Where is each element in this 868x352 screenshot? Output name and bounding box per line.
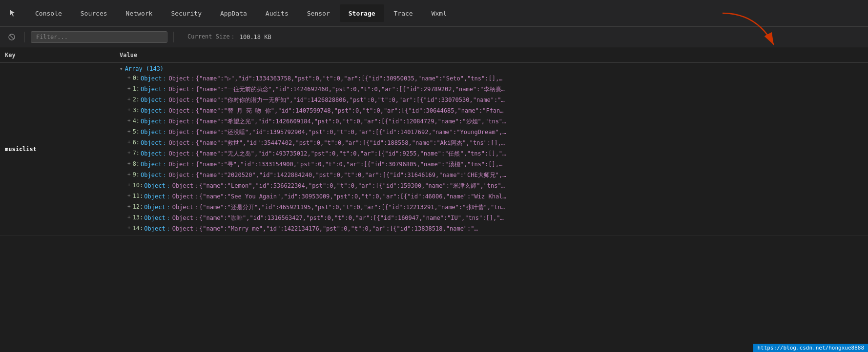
toolbar: Current Size： 100.18 KB <box>0 27 868 47</box>
object-content: Object：{"name":"2020520","id":1422884240… <box>168 171 506 179</box>
tab-wxml[interactable]: Wxml <box>423 4 455 22</box>
list-item[interactable]: + 0: Object： Object：{"name":"▷","id":133… <box>120 74 863 85</box>
expand-icon[interactable]: + <box>127 193 131 199</box>
object-keyword: Object： <box>141 150 167 158</box>
index-number: 9: <box>133 171 140 178</box>
status-bar: https://blog.csdn.net/hongxue8888 <box>753 344 868 352</box>
object-content: Object：{"name":"▷","id":1334363758,"pst"… <box>168 75 502 83</box>
tab-audits[interactable]: Audits <box>257 4 297 22</box>
object-content: Object：{"name":"你对你的潜力一无所知","id":1426828… <box>168 96 504 104</box>
object-content: Object：{"name":"救世","id":35447402,"pst":… <box>168 139 505 147</box>
toolbar-divider-2 <box>173 32 174 42</box>
index-number: 14: <box>133 225 144 232</box>
expand-icon[interactable]: + <box>127 117 131 124</box>
object-keyword: Object： <box>141 171 167 179</box>
list-item[interactable]: + 6: Object： Object：{"name":"救世","id":35… <box>120 138 863 149</box>
object-keyword: Object： <box>144 193 171 201</box>
object-keyword: Object： <box>144 182 171 190</box>
tab-storage[interactable]: Storage <box>340 4 384 22</box>
expand-icon[interactable]: + <box>127 85 131 92</box>
object-keyword: Object： <box>144 214 171 222</box>
expand-icon[interactable]: + <box>127 128 131 135</box>
expand-icon[interactable]: + <box>127 150 131 156</box>
object-keyword: Object： <box>141 85 167 94</box>
expand-icon[interactable]: + <box>127 160 131 167</box>
list-item[interactable]: + 8: Object： Object：{"name":"寻","id":133… <box>120 160 863 171</box>
object-content: Object：{"name":"希望之光","id":1426609184,"p… <box>168 117 506 126</box>
array-header: ▾ Array (143) <box>120 63 863 74</box>
index-number: 4: <box>133 117 140 124</box>
table-row[interactable]: musiclist ▾ Array (143) + 0: Object： Obj… <box>0 63 868 236</box>
expand-icon[interactable]: + <box>127 96 131 102</box>
header-key: Key <box>5 52 120 59</box>
index-number: 0: <box>133 75 140 81</box>
object-content: Object：{"name":"还是分开","id":465921195,"ps… <box>172 203 505 212</box>
object-keyword: Object： <box>141 107 167 115</box>
list-item[interactable]: + 7: Object： Object：{"name":"无人之岛","id":… <box>120 149 863 160</box>
expand-icon[interactable]: + <box>127 182 131 188</box>
object-keyword: Object： <box>141 75 167 83</box>
list-item[interactable]: + 4: Object： Object：{"name":"希望之光","id":… <box>120 117 863 128</box>
list-item[interactable]: + 14: Object： Object：{"name":"Marry me",… <box>120 224 863 235</box>
index-number: 1: <box>133 85 140 92</box>
object-keyword: Object： <box>141 160 167 169</box>
list-item[interactable]: + 2: Object： Object：{"name":"你对你的潜力一无所知"… <box>120 96 863 106</box>
object-content: Object：{"name":"一往无前的执念","id":1424692460… <box>168 85 504 94</box>
list-item[interactable]: + 5: Object： Object：{"name":"还没睡","id":1… <box>120 128 863 138</box>
cursor-tool-icon[interactable] <box>4 4 21 22</box>
object-content: Object：{"name":"还没睡","id":1395792904,"ps… <box>168 128 506 137</box>
object-content: Object：{"name":"See You Again","id":3095… <box>172 193 506 201</box>
expand-icon[interactable]: + <box>127 75 131 81</box>
row-value: ▾ Array (143) + 0: Object： Object：{"name… <box>120 63 863 235</box>
object-keyword: Object： <box>144 225 171 233</box>
filter-input[interactable] <box>31 31 167 43</box>
index-number: 5: <box>133 128 140 135</box>
tab-appdata[interactable]: AppData <box>211 4 256 22</box>
tab-network[interactable]: Network <box>117 4 162 22</box>
index-number: 11: <box>133 193 144 199</box>
object-content: Object：{"name":"咖啡","id":1316563427,"pst… <box>172 214 504 222</box>
expand-icon[interactable]: + <box>127 225 131 231</box>
object-rows: + 0: Object： Object：{"name":"▷","id":133… <box>120 74 863 235</box>
svg-line-1 <box>10 35 14 39</box>
tab-trace[interactable]: Trace <box>385 4 422 22</box>
expand-icon[interactable]: + <box>127 171 131 177</box>
current-size-value: 100.18 KB <box>240 34 271 40</box>
object-keyword: Object： <box>141 139 167 147</box>
tab-console[interactable]: Console <box>26 4 71 22</box>
object-content: Object：{"name":"寻","id":1333154900,"pst"… <box>168 160 502 169</box>
list-item[interactable]: + 11: Object： Object：{"name":"See You Ag… <box>120 192 863 203</box>
header-value: Value <box>120 52 863 59</box>
table-header: Key Value <box>0 47 868 63</box>
index-number: 12: <box>133 203 144 210</box>
toolbar-divider <box>24 32 25 42</box>
object-keyword: Object： <box>144 203 171 212</box>
tab-sensor[interactable]: Sensor <box>298 4 339 22</box>
index-number: 3: <box>133 107 140 114</box>
object-content: Object：{"name":"Lemon","id":536622304,"p… <box>172 182 505 190</box>
object-keyword: Object： <box>141 128 167 137</box>
tab-security[interactable]: Security <box>162 4 210 22</box>
object-content: Object：{"name":"无人之岛","id":493735012,"ps… <box>168 150 506 158</box>
list-item[interactable]: + 1: Object： Object：{"name":"一往无前的执念","i… <box>120 85 863 96</box>
object-keyword: Object： <box>141 96 167 104</box>
data-container[interactable]: musiclist ▾ Array (143) + 0: Object： Obj… <box>0 63 868 352</box>
expand-icon[interactable]: + <box>127 107 131 113</box>
list-item[interactable]: + 9: Object： Object：{"name":"2020520","i… <box>120 171 863 181</box>
list-item[interactable]: + 3: Object： Object：{"name":"替 月 亮 吻 你",… <box>120 106 863 117</box>
tab-bar: Console Sources Network Security AppData… <box>0 0 868 27</box>
collapse-icon[interactable]: ▾ <box>120 66 123 72</box>
expand-icon[interactable]: + <box>127 203 131 210</box>
tab-sources[interactable]: Sources <box>72 4 116 22</box>
list-item[interactable]: + 13: Object： Object：{"name":"咖啡","id":1… <box>120 214 863 224</box>
list-item[interactable]: + 10: Object： Object：{"name":"Lemon","id… <box>120 181 863 192</box>
index-number: 13: <box>133 214 144 221</box>
list-item[interactable]: + 12: Object： Object：{"name":"还是分开","id"… <box>120 203 863 214</box>
object-keyword: Object： <box>141 117 167 126</box>
expand-icon[interactable]: + <box>127 139 131 145</box>
expand-icon[interactable]: + <box>127 214 131 220</box>
object-content: Object：{"name":"替 月 亮 吻 你","id":14075997… <box>168 107 503 115</box>
object-content: Object：{"name":"Marry me","id":142213417… <box>172 225 478 233</box>
index-number: 10: <box>133 182 144 189</box>
clear-button[interactable] <box>5 30 19 44</box>
